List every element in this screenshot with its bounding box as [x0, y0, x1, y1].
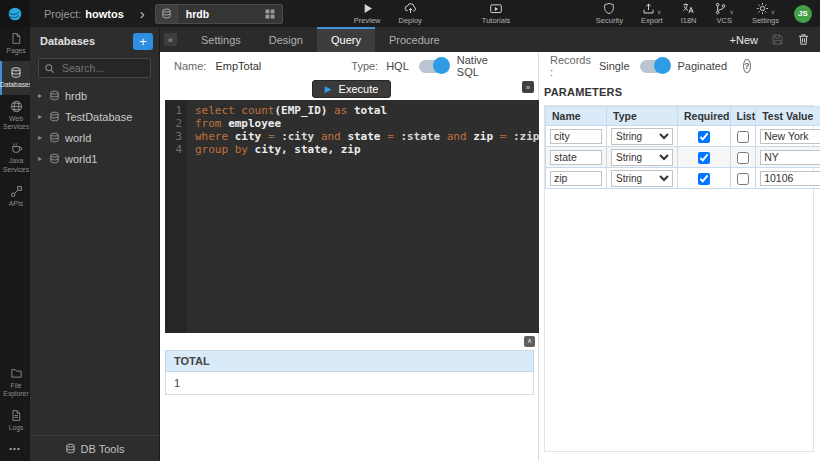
- project-name: howtos: [85, 8, 124, 20]
- param-required-checkbox[interactable]: [698, 173, 710, 185]
- topbar-action-settings[interactable]: ∨Settings: [752, 2, 779, 25]
- topbar-action-label: Preview: [354, 16, 381, 25]
- records-option-paginated[interactable]: Paginated: [678, 60, 728, 72]
- tab-settings[interactable]: Settings: [187, 27, 255, 52]
- wavemaker-logo[interactable]: [0, 0, 30, 27]
- topbar-action-tutorials[interactable]: Tutorials: [482, 2, 510, 25]
- database-list-item[interactable]: ▸hrdb: [30, 85, 159, 106]
- param-test-value-input[interactable]: [760, 150, 820, 165]
- tabs: SettingsDesignQueryProcedure: [187, 27, 454, 52]
- param-name-input[interactable]: [550, 150, 602, 165]
- project-label: Project:: [44, 8, 81, 20]
- topbar-action-deploy[interactable]: Deploy: [398, 2, 421, 25]
- sidebar-item-web-services[interactable]: Web Services: [0, 95, 30, 138]
- sidebar-item-label: Java Services: [2, 157, 30, 175]
- database-selector[interactable]: hrdb: [155, 4, 283, 24]
- code-line: where city = :city and state = :state an…: [195, 130, 539, 143]
- param-type-select[interactable]: String: [611, 149, 673, 166]
- search-icon: [44, 63, 55, 74]
- type-option-hql[interactable]: HQL: [386, 60, 409, 72]
- main-column: « SettingsDesignQueryProcedure +New Name…: [160, 27, 820, 461]
- sidebar-item-databases[interactable]: Databases: [0, 61, 30, 95]
- topbar-action-export[interactable]: ∨Export: [641, 2, 663, 25]
- new-query-button[interactable]: +New: [730, 34, 758, 46]
- rail-spacer: [0, 214, 30, 362]
- save-icon[interactable]: [771, 33, 784, 46]
- code-token: zip: [473, 130, 500, 143]
- code-token: and: [321, 130, 348, 143]
- sidebar-item-logs[interactable]: Logs: [0, 404, 30, 438]
- database-list-item[interactable]: ▸world1: [30, 148, 159, 169]
- param-name-cell: [546, 147, 607, 168]
- param-required-checkbox[interactable]: [698, 152, 710, 164]
- param-list-checkbox[interactable]: [737, 173, 749, 185]
- type-option-native-sql[interactable]: Native SQL: [457, 54, 488, 78]
- records-toggle[interactable]: [640, 60, 669, 73]
- settings-icon: [756, 2, 769, 15]
- param-name-input[interactable]: [550, 171, 602, 186]
- project-breadcrumb: Project:howtos: [44, 8, 124, 20]
- collapse-panel-icon[interactable]: «: [164, 33, 177, 46]
- topbar-action-label: I18N: [681, 16, 697, 25]
- collapse-up-icon[interactable]: ∧: [524, 336, 535, 347]
- i18n-icon: [682, 2, 695, 15]
- param-test-value-input[interactable]: [760, 129, 820, 144]
- sidebar-item-label: Web Services: [2, 115, 30, 133]
- preview-icon: [361, 2, 374, 15]
- database-search-input[interactable]: [60, 61, 148, 75]
- rail-more-button[interactable]: •••: [0, 438, 30, 461]
- param-type-select[interactable]: String: [611, 170, 673, 187]
- database-search[interactable]: [38, 58, 151, 78]
- expand-caret-icon[interactable]: ▸: [38, 154, 48, 163]
- db-tools-button[interactable]: DB Tools: [30, 435, 159, 461]
- web-services-icon: [10, 100, 23, 113]
- param-list-checkbox[interactable]: [737, 131, 749, 143]
- expand-params-icon[interactable]: »: [522, 81, 534, 93]
- expand-caret-icon[interactable]: ▸: [38, 91, 48, 100]
- topbar-action-preview[interactable]: Preview: [354, 2, 381, 25]
- execute-button[interactable]: ▶ Execute: [312, 80, 392, 98]
- sidebar-item-java-services[interactable]: Java Services: [0, 137, 30, 180]
- topbar-action-i18n[interactable]: I18N: [681, 2, 697, 25]
- tab-query[interactable]: Query: [317, 27, 375, 52]
- tab-design[interactable]: Design: [255, 27, 317, 52]
- delete-icon[interactable]: [797, 33, 810, 46]
- sidebar-item-label: APIs: [9, 200, 23, 209]
- code-token: :state: [400, 130, 446, 143]
- help-icon[interactable]: ?: [743, 59, 751, 73]
- result-row: 1: [166, 372, 534, 395]
- query-editor-column: Name: EmpTotal Type: HQL Native SQL Reco…: [160, 52, 539, 461]
- topbar-action-security[interactable]: Security: [596, 2, 623, 25]
- results-header: TOTAL: [166, 351, 534, 372]
- database-list-item[interactable]: ▸TestDatabase: [30, 106, 159, 127]
- database-name: world1: [65, 153, 97, 165]
- param-name-input[interactable]: [550, 129, 602, 144]
- expand-caret-icon[interactable]: ▸: [38, 112, 48, 121]
- param-test-value-input[interactable]: [760, 171, 820, 186]
- user-avatar[interactable]: JS: [794, 5, 812, 23]
- topbar-action-vcs[interactable]: ∨VCS: [714, 2, 733, 25]
- code-token: city, state, zip: [255, 143, 361, 156]
- tab-procedure[interactable]: Procedure: [375, 27, 454, 52]
- type-toggle[interactable]: [419, 60, 448, 73]
- database-list-item[interactable]: ▸world: [30, 127, 159, 148]
- add-database-button[interactable]: +: [133, 33, 153, 50]
- topbar-nav-actions-2: Tutorials: [473, 2, 519, 25]
- sidebar-item-file-explorer[interactable]: File Explorer: [0, 362, 30, 405]
- parameter-row: String: [546, 126, 820, 147]
- code-token: =: [500, 130, 513, 143]
- sql-code-editor[interactable]: 1234 select count(EMP_ID) as totalfrom e…: [165, 100, 539, 333]
- line-number: 3: [165, 130, 182, 143]
- sidebar-item-apis[interactable]: APIs: [0, 180, 30, 214]
- expand-caret-icon[interactable]: ▸: [38, 133, 48, 142]
- editor-code[interactable]: select count(EMP_ID) as totalfrom employ…: [187, 100, 539, 333]
- param-required-checkbox[interactable]: [698, 131, 710, 143]
- query-name-value[interactable]: EmpTotal: [215, 60, 261, 72]
- sidebar-item-pages[interactable]: Pages: [0, 27, 30, 61]
- param-type-select[interactable]: String: [611, 128, 673, 145]
- grid-view-icon[interactable]: [264, 8, 276, 20]
- records-option-single[interactable]: Single: [599, 60, 630, 72]
- param-list-checkbox[interactable]: [737, 152, 749, 164]
- deploy-icon: [403, 2, 418, 15]
- deploy-icon-wrap: [403, 2, 418, 15]
